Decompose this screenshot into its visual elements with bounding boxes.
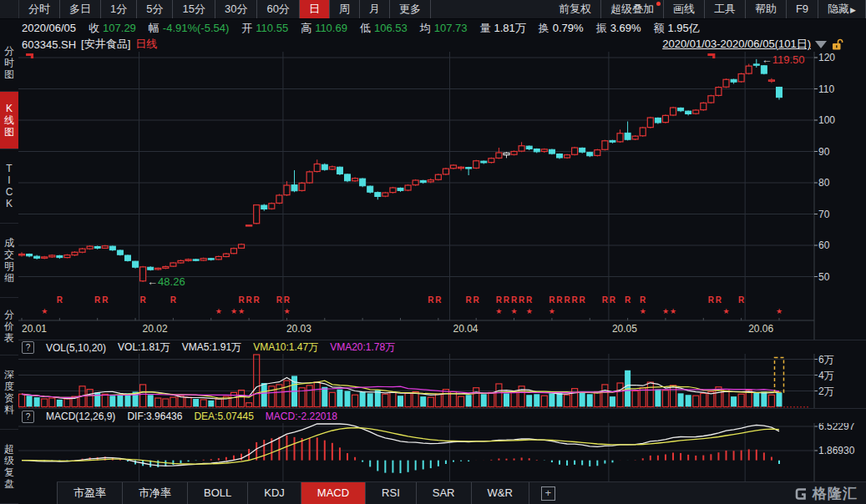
chart-title-row: 603345.SH [安井食品] 日线 2020/01/03-2020/06/0… [18,37,866,52]
svg-text:★: ★ [215,307,222,315]
candlestick-chart[interactable]: 20.0120.0220.0320.0420.0520.061201101009… [18,52,866,340]
quote-field-均: 均107.73 [420,21,468,36]
unlock-icon[interactable] [831,38,844,51]
menu-item-30分[interactable]: 30分 [215,0,257,18]
svg-text:R: R [140,295,147,305]
indicator-tab-MACD[interactable]: MACD [301,482,366,504]
svg-text:R: R [435,295,442,305]
menu-item-超级叠加[interactable]: 超级叠加 [601,0,664,18]
svg-text:R: R [511,295,518,305]
svg-text:6.52297: 6.52297 [818,423,855,432]
period-label: 日线 [135,37,157,52]
date-range-selector[interactable]: 2020/01/03-2020/06/05(101日) [662,37,811,52]
indicator-tab-RSI[interactable]: RSI [366,482,417,504]
svg-text:★: ★ [495,307,502,315]
menu-item-工具[interactable]: 工具 [705,0,746,18]
svg-text:R: R [549,295,555,305]
menu-item-更多[interactable]: 更多 [390,0,431,18]
menu-item-60分[interactable]: 60分 [257,0,299,18]
quote-date: 2020/06/05 [22,22,76,34]
menu-item-日[interactable]: 日 [300,0,330,18]
menu-item-帮助[interactable]: 帮助 [746,0,787,18]
svg-text:R: R [708,295,715,305]
indicator-tab-W&R[interactable]: W&R [472,482,529,504]
menu-item-F9[interactable]: F9 [787,0,818,18]
sidebar-item-kline-chart[interactable]: K线图 [0,92,18,149]
svg-text:100: 100 [818,114,835,126]
svg-text:R: R [496,295,503,305]
sidebar-item-fenshi-chart[interactable]: 分时图 [0,34,18,92]
svg-text:R: R [716,295,722,305]
chevron-down-icon[interactable] [815,41,827,48]
macd-chart[interactable]: 6.522971.86930 [18,423,866,481]
indicator-tab-SAR[interactable]: SAR [417,482,472,504]
svg-text:20.05: 20.05 [612,323,637,335]
svg-text:50: 50 [818,271,830,283]
svg-text:R: R [428,295,434,305]
indicator-tab-KDJ[interactable]: KDJ [248,482,301,504]
gelonghui-logo-icon [793,486,808,501]
help-icon[interactable]: ? [22,411,34,423]
menu-item-15分[interactable]: 15分 [173,0,215,18]
svg-text:R: R [738,295,745,305]
menu-item-画线[interactable]: 画线 [664,0,705,18]
svg-text:90: 90 [818,146,830,158]
svg-text:←119.50: ←119.50 [762,53,805,66]
top-menu-bar: 分时多日1分5分15分30分60分日周月更多 前复权超级叠加画线工具帮助F9隐藏… [0,0,866,19]
menu-item-前复权[interactable]: 前复权 [549,0,601,18]
menu-item-多日[interactable]: 多日 [60,0,101,18]
signal-markers: RRRRRRRRRRRRRRRRRRRRRRRRRRRRRRR★★★★★★★★★… [41,295,782,315]
menu-item-1分[interactable]: 1分 [101,0,137,18]
candlestick-series [19,59,782,282]
svg-text:★: ★ [776,307,782,315]
svg-text:70: 70 [818,209,830,220]
svg-text:R: R [170,295,177,305]
svg-text:6万: 6万 [818,354,834,365]
chart-main-area: 603345.SH [安井食品] 日线 2020/01/03-2020/06/0… [18,37,866,504]
quote-field-value: -4.91%(-5.54) [163,22,229,34]
quote-field-value: 0.79% [553,22,584,34]
sidebar-item-tick[interactable]: TICK [0,149,18,224]
quote-field-value: 1.81万 [494,22,525,34]
quote-field-value: 106.53 [374,22,408,34]
svg-text:R: R [519,295,525,305]
sidebar-item-super-replay[interactable]: 超级复盘 [0,430,18,504]
svg-text:R: R [57,295,63,305]
menu-item-分时[interactable]: 分时 [19,0,60,18]
plus-icon[interactable]: + [541,486,555,501]
svg-text:R: R [94,295,101,305]
menu-item-月[interactable]: 月 [360,0,390,18]
sidebar-item-trade-detail[interactable]: 成交明细 [0,224,18,298]
help-icon[interactable]: ? [22,341,34,354]
quote-field-value: 107.29 [103,22,136,34]
svg-text:80: 80 [818,177,830,189]
volume-chart[interactable]: 6万4万2万 [18,354,866,408]
quote-field-换: 换0.79% [539,21,584,36]
submenu-arrow-icon: ▶ [850,6,856,14]
indicator-value: VOL:1.81万 [118,340,170,355]
svg-text:R: R [640,295,646,305]
svg-text:R: R [254,295,261,305]
notification-dot [656,2,661,6]
indicator-tab-市净率[interactable]: 市净率 [123,482,188,504]
svg-text:R: R [466,295,473,305]
quote-field-label: 均 [420,22,431,34]
svg-text:★: ★ [640,307,646,315]
quote-field-高: 高110.69 [301,21,347,36]
svg-text:★: ★ [670,307,676,315]
volume-bars [19,355,782,407]
indicator-value: VMA20:1.78万 [330,340,395,355]
menu-item-5分[interactable]: 5分 [137,0,173,18]
add-indicator-button[interactable]: + [529,482,567,504]
indicator-tab-BOLL[interactable]: BOLL [188,482,248,504]
svg-text:R: R [610,295,616,305]
indicator-tab-市盈率[interactable]: 市盈率 [57,482,123,504]
tools-menu: 前复权超级叠加画线工具帮助F9隐藏▶ [549,0,866,18]
menu-item-隐藏[interactable]: 隐藏▶ [818,0,866,18]
svg-text:20.01: 20.01 [22,323,47,335]
sidebar-item-price-table[interactable]: 分价表 [0,298,18,355]
stock-name: [安井食品] [81,37,130,52]
menu-item-周[interactable]: 周 [330,0,360,18]
quote-field-label: 换 [539,22,549,34]
sidebar-item-depth-info[interactable]: 深度资料 [0,355,18,430]
